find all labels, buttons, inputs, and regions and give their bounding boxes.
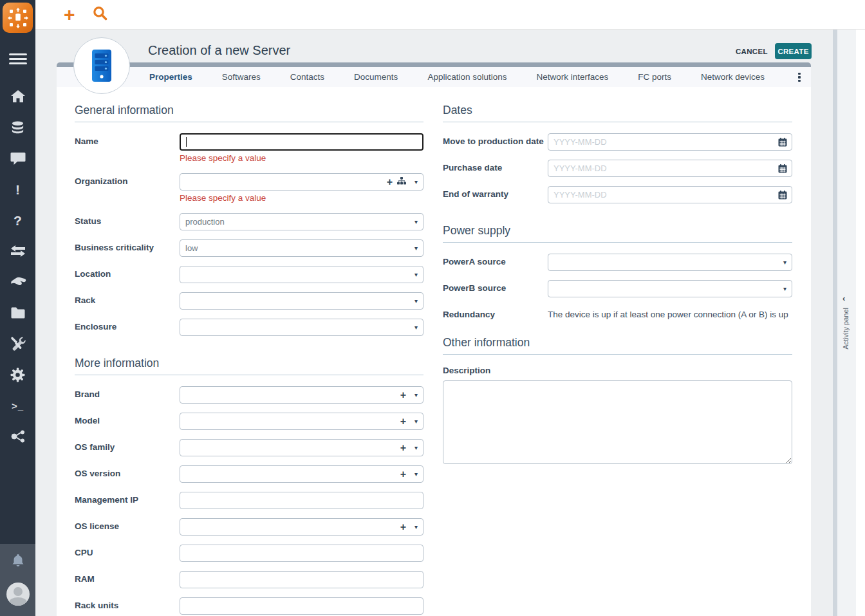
os-license-caret-icon[interactable]: ▾ [414, 523, 418, 530]
page-background: Creation of a new Server CANCEL CREATE [35, 30, 865, 616]
redundancy-value: The device is up if at least one power c… [548, 306, 792, 319]
tab-application-solutions[interactable]: Application solutions [427, 72, 507, 82]
home-icon[interactable] [0, 88, 35, 106]
ram-input[interactable] [180, 571, 423, 588]
organization-caret-icon[interactable]: ▾ [414, 178, 418, 185]
management-ip-input[interactable] [180, 492, 423, 509]
itop-logo[interactable] [3, 3, 33, 33]
field-row-ram: RAM [75, 571, 423, 588]
brand-select[interactable]: +▾ [180, 386, 423, 404]
menu-toggle-icon[interactable] [0, 50, 35, 68]
rack-units-label: Rack units [75, 597, 180, 610]
sidebar: ! ? [0, 0, 35, 616]
os-version-label: OS version [75, 465, 180, 478]
brand-caret-icon[interactable]: ▾ [414, 391, 418, 398]
enclosure-select[interactable]: ▾ [180, 319, 423, 336]
location-select[interactable]: ▾ [180, 266, 423, 283]
description-textarea[interactable] [443, 380, 792, 464]
move-to-production-date-input[interactable] [553, 137, 774, 147]
section-rule [443, 122, 792, 122]
rack-label: Rack [75, 292, 180, 305]
model-select[interactable]: +▾ [180, 413, 423, 430]
field-row-os-version: OS version +▾ [75, 465, 423, 483]
organization-select[interactable]: + ▾ [180, 173, 423, 191]
tools-icon[interactable] [0, 335, 35, 353]
model-add-icon[interactable]: + [400, 416, 406, 427]
data-icon[interactable] [0, 118, 35, 136]
os-license-select[interactable]: +▾ [180, 518, 423, 536]
business-criticality-value: low [185, 243, 198, 253]
create-new-icon[interactable]: + [64, 5, 75, 24]
section-rule [443, 242, 792, 243]
sidebar-bottom [0, 544, 35, 616]
transfer-icon[interactable] [0, 242, 35, 260]
organization-hierarchy-icon[interactable] [397, 177, 406, 187]
rack-select[interactable]: ▾ [180, 292, 423, 310]
form-body: General information Name Please specify … [57, 87, 811, 616]
organization-label: Organization [75, 173, 180, 186]
model-caret-icon[interactable]: ▾ [414, 418, 418, 425]
tab-fc-ports[interactable]: FC ports [638, 72, 671, 82]
os-family-caret-icon[interactable]: ▾ [414, 444, 418, 451]
folder-icon[interactable] [0, 304, 35, 322]
brand-add-icon[interactable]: + [400, 390, 406, 400]
tab-properties[interactable]: Properties [149, 72, 192, 82]
status-caret-icon: ▾ [414, 218, 418, 225]
field-row-os-family: OS family +▾ [75, 439, 423, 456]
status-value: production [185, 217, 225, 227]
console-icon[interactable]: >_ [0, 397, 35, 415]
alert-icon[interactable]: ! [0, 180, 35, 198]
tab-documents[interactable]: Documents [354, 72, 398, 82]
rack-units-input[interactable] [180, 597, 423, 615]
notifications-bell-icon[interactable] [0, 552, 35, 570]
os-version-select[interactable]: +▾ [180, 465, 423, 483]
os-family-select[interactable]: +▾ [180, 439, 423, 456]
cancel-button[interactable]: CANCEL [736, 48, 768, 55]
field-row-cpu: CPU [75, 545, 423, 562]
os-family-add-icon[interactable]: + [400, 443, 406, 453]
search-icon[interactable] [93, 6, 107, 23]
activity-panel-collapsed[interactable]: ‹ Activity panel [837, 30, 856, 616]
os-license-add-icon[interactable]: + [400, 522, 406, 532]
chat-icon[interactable] [0, 149, 35, 167]
end-of-warranty-input[interactable] [553, 190, 774, 200]
tab-network-interfaces[interactable]: Network interfaces [536, 72, 608, 82]
calendar-icon[interactable] [778, 191, 787, 201]
field-row-model: Model +▾ [75, 413, 423, 430]
calendar-icon[interactable] [778, 164, 787, 175]
os-version-caret-icon[interactable]: ▾ [414, 471, 418, 478]
purchase-date-input[interactable] [553, 163, 774, 173]
os-version-add-icon[interactable]: + [400, 469, 406, 480]
create-button[interactable]: CREATE [775, 43, 812, 59]
support-hand-icon[interactable] [0, 273, 35, 291]
user-avatar[interactable] [6, 583, 30, 606]
name-input[interactable] [180, 133, 423, 151]
server-class-icon [73, 37, 130, 94]
settings-gear-icon[interactable] [0, 366, 35, 384]
form-column-left: General information Name Please specify … [75, 104, 423, 616]
field-row-os-license: OS license +▾ [75, 518, 423, 536]
vertical-scrollbar[interactable] [833, 30, 837, 616]
object-form-card: Properties Softwares Contacts Documents … [57, 62, 811, 616]
status-select[interactable]: production ▾ [180, 213, 423, 230]
business-criticality-select[interactable]: low ▾ [180, 239, 423, 257]
tab-softwares[interactable]: Softwares [222, 72, 261, 82]
tab-overflow-kebab-icon[interactable] [794, 71, 805, 83]
location-label: Location [75, 266, 180, 279]
power-b-select[interactable]: ▾ [548, 280, 792, 297]
cpu-input[interactable] [180, 545, 423, 562]
itop-logo-icon [7, 7, 29, 29]
tab-network-devices[interactable]: Network devices [701, 72, 765, 82]
calendar-icon[interactable] [778, 138, 787, 149]
text-caret [186, 137, 187, 147]
field-row-location: Location ▾ [75, 266, 423, 283]
activity-panel-expand-chevron-icon[interactable]: ‹ [842, 294, 845, 303]
share-icon[interactable] [0, 427, 35, 445]
tab-contacts[interactable]: Contacts [290, 72, 324, 82]
organization-add-icon[interactable]: + [387, 177, 393, 187]
help-icon[interactable]: ? [0, 211, 35, 229]
power-a-select[interactable]: ▾ [548, 254, 792, 271]
section-more-information: More information [75, 357, 423, 370]
top-bar: + [35, 0, 865, 30]
activity-panel-label[interactable]: Activity panel [842, 308, 850, 350]
